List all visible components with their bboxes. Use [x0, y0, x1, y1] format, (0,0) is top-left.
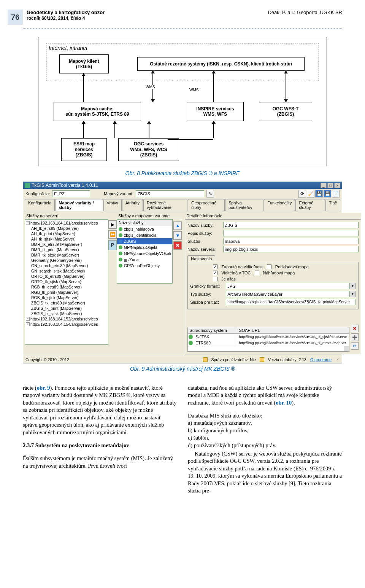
- service-item-selected[interactable]: ZBGIS: [117, 238, 172, 244]
- tree-root[interactable]: −http://192.168.184.161/arcgis/services: [26, 220, 107, 226]
- tree-item[interactable]: AH_tk_print (MapServer): [26, 231, 107, 236]
- caption-fig9: Obr. 9 Administrátorský nástroj MK ZBGIS…: [0, 366, 365, 372]
- coord-row[interactable]: S-JTSK http://img-pp.zbgis.local/ArcGIS/…: [188, 334, 349, 340]
- tree-item[interactable]: ORTO_tk_etrs89 (MapServer): [26, 274, 107, 279]
- field-typ[interactable]: ArcGISTiledMapServiceLayer: [226, 291, 350, 297]
- service-item[interactable]: zbgis_identifikacia: [117, 232, 172, 238]
- refresh-icon[interactable]: ⟳: [298, 190, 306, 198]
- close-button[interactable]: ×: [334, 183, 340, 188]
- publish-button[interactable]: P: [108, 240, 117, 250]
- variant-combo[interactable]: ZBGIS: [136, 190, 204, 197]
- coord-table: Súradnicový systém SOAP URL S-JTSK http:…: [187, 327, 349, 352]
- status-bar: Copyright © 2010 - 2012 Správa používate…: [23, 356, 342, 363]
- window-body: Služby na serveri −http://192.168.184.16…: [23, 211, 342, 356]
- tree-item[interactable]: AH_tk_sjtsk (MapServer): [26, 236, 107, 242]
- service-item[interactable]: GP/NajblizsiObjekt: [117, 244, 172, 250]
- page-number-box: 76: [8, 10, 23, 25]
- minimize-button[interactable]: _: [321, 183, 327, 188]
- tree[interactable]: −http://192.168.184.161/arcgis/services …: [25, 219, 108, 345]
- status-dot-icon: [119, 252, 122, 255]
- row-graficky-format: Grafický formát: JPG ▼: [190, 283, 356, 289]
- clear-icon[interactable]: 🧹: [307, 190, 314, 198]
- tab-vrstvy[interactable]: Vrstvy: [103, 199, 122, 211]
- tree-item[interactable]: DMR_tk_etrs89 (MapServer): [26, 242, 107, 247]
- tab-konfiguracia[interactable]: Konfigurácia: [25, 199, 55, 211]
- check-viditelna[interactable]: ✓: [213, 271, 217, 275]
- check-zapnuta[interactable]: ✓: [213, 265, 217, 269]
- scroll-right-icon[interactable]: [344, 346, 349, 351]
- refresh-coord-button[interactable]: ⟳: [351, 342, 359, 350]
- expand-icon[interactable]: +: [26, 322, 30, 326]
- titlebar: TkGIS.AdminTool verzia 1.4.0.11 _ □ ×: [23, 182, 342, 189]
- collapse-icon[interactable]: −: [26, 221, 30, 225]
- tree-item[interactable]: GN_search_etrs89 (MapServer): [26, 263, 107, 268]
- tab-funkcionality[interactable]: Funkcionality: [264, 199, 295, 211]
- tab-rozsirene[interactable]: Rozšírené vyhľadávanie: [143, 199, 187, 211]
- chevron-down-icon[interactable]: ▼: [350, 291, 356, 297]
- remove-button[interactable]: ✖: [173, 241, 182, 250]
- about-link[interactable]: O programe: [310, 357, 332, 362]
- field-gf[interactable]: JPG: [226, 283, 350, 289]
- tree-item[interactable]: DMR_tk_print (MapServer): [26, 247, 107, 252]
- service-item[interactable]: GP/VybraneObjektyVOkoli: [117, 250, 172, 257]
- check-alias[interactable]: [213, 277, 217, 281]
- move-up-button[interactable]: ▲: [173, 221, 182, 230]
- tree-item[interactable]: AH_tk_etrs89 (MapServer): [26, 226, 107, 231]
- save-all-icon[interactable]: 💾: [324, 190, 331, 198]
- field-popis-sluzby[interactable]: [223, 230, 359, 236]
- tree-item[interactable]: ZBGIS_tk_etrs89 (MapServer): [26, 300, 107, 306]
- check-podkladova[interactable]: [267, 265, 271, 269]
- move-right-button[interactable]: ▶: [108, 220, 117, 229]
- tree-item[interactable]: Geometry (GeometryServer): [26, 258, 107, 263]
- field-nazov-servera[interactable]: img-pp.zbgis.local: [223, 246, 359, 252]
- resize-grip-icon[interactable]: ⋰: [335, 357, 340, 362]
- save-icon[interactable]: 💾: [315, 190, 323, 198]
- tab-mapove-varianty[interactable]: Mapové varianty / služby: [55, 199, 103, 211]
- para-right-2: Katalógový (CSW) server je webová služba…: [188, 450, 342, 495]
- service-item[interactable]: GP/ZonaPreObjekty: [117, 263, 172, 269]
- tab-geoprocesne[interactable]: Geoprocesné úlohy: [188, 199, 225, 211]
- tab-nastavenia[interactable]: Nastavenia: [187, 255, 215, 262]
- tree-root2[interactable]: +http://192.168.184.152/arcgis/services: [26, 316, 107, 322]
- services-list[interactable]: Názov služby zbgis_nahladova zbgis_ident…: [117, 219, 173, 284]
- chevron-down-icon[interactable]: ▼: [350, 283, 356, 289]
- add-coord-button[interactable]: ➕: [351, 333, 359, 341]
- field-tlac[interactable]: http://img-pp.zbgis.local/ArcGIS/rest/se…: [226, 299, 356, 305]
- arrow-cache-ogc2: [149, 121, 149, 138]
- tree-root3[interactable]: +http://192.168.184.154/arcgis/services: [26, 322, 107, 327]
- maximize-button[interactable]: □: [327, 183, 333, 188]
- script-icon[interactable]: 📄: [332, 190, 340, 198]
- tree-item[interactable]: ZBGIS_tk_print (MapServer): [26, 306, 107, 311]
- edit-icon[interactable]: ✎: [206, 190, 214, 198]
- move-down-button[interactable]: ▼: [173, 231, 182, 240]
- status-dot-icon: [119, 264, 122, 268]
- para-right-1: databáza, nad ňou sú aplikácie ako CSW s…: [188, 384, 342, 407]
- check-nahlad[interactable]: [255, 271, 259, 275]
- tab-atributy[interactable]: Atribúty: [122, 199, 143, 211]
- header-right: Deák, P. a i.: Geoportál ÚGKK SR: [268, 10, 342, 25]
- row-typ-sluzby: Typ služby: ArcGISTiledMapServiceLayer ▼: [190, 291, 356, 297]
- tree-item[interactable]: ZBGIS_tk_sjtsk (MapServer): [26, 311, 107, 316]
- tree-item[interactable]: RGB_tk_etrs89 (MapServer): [26, 284, 107, 290]
- box-ogc: OGC servicesWMS, WFS, WCS(ZBGIS): [118, 138, 179, 161]
- journal-title: Geodetický a kartografický obzor: [27, 10, 105, 16]
- status-sprava: Správa používateľov: Nie: [211, 357, 256, 362]
- tree-item[interactable]: ORTO_tk_sjtsk (MapServer): [26, 279, 107, 284]
- tree-item[interactable]: GN_search_sjtsk (MapServer): [26, 268, 107, 274]
- service-item[interactable]: gp/Zona: [117, 257, 172, 263]
- service-item[interactable]: zbgis_nahladova: [117, 226, 172, 232]
- expand-icon[interactable]: +: [26, 317, 30, 321]
- konfiguracia-combo[interactable]: E_PZ: [52, 190, 90, 197]
- tab-sprava[interactable]: Správa používateľov: [225, 199, 263, 211]
- tab-tlac[interactable]: Tlač: [325, 199, 340, 211]
- field-sluzba[interactable]: mapová: [223, 238, 359, 244]
- coord-row[interactable]: ETRS89 http://img-pp.zbgis.local/ArcGIS/…: [188, 340, 349, 346]
- tab-externe[interactable]: Externé služby: [295, 199, 325, 211]
- delete-coord-button[interactable]: ✖: [351, 325, 359, 332]
- tree-item[interactable]: RGB_tk_print (MapServer): [26, 290, 107, 295]
- list-b: b) konfiguračných profilov,: [188, 427, 342, 435]
- tree-item[interactable]: RGB_tk_sjtsk (MapServer): [26, 295, 107, 300]
- move-right-all-button[interactable]: ⏩: [108, 230, 117, 239]
- tree-item[interactable]: DMR_tk_sjtsk (MapServer): [26, 252, 107, 258]
- field-nazov-sluzby[interactable]: ZBGIS: [223, 222, 359, 228]
